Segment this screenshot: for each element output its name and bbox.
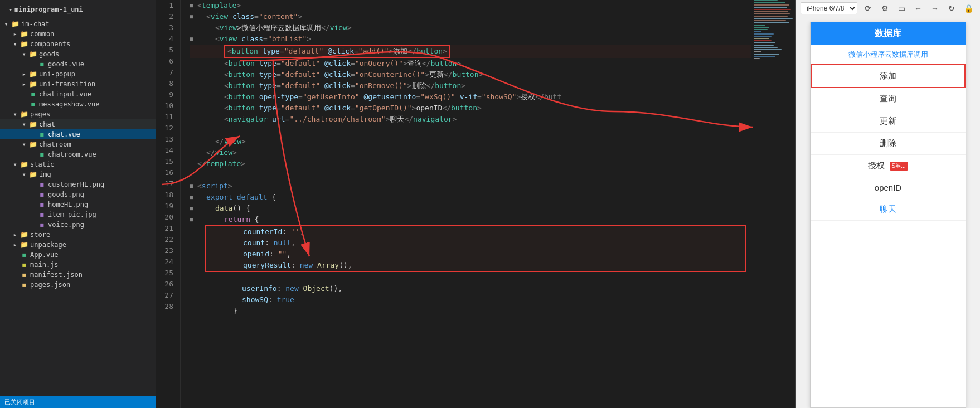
forward-button[interactable]: → [929,2,941,14]
refresh-button[interactable]: ↻ [945,2,958,14]
code-line-19: ■ data() { [190,203,751,214]
folder-icon: 📁 [28,80,38,88]
file-explorer: ▾ miniprogram-1_uni ▾ 📁 im-chat ▸ 📁 comm… [0,0,156,408]
code-line-17: ■ <script> [190,181,751,192]
sidebar-item-chatroom-vue[interactable]: ▸ ◼ chatroom.vue [0,149,156,159]
file-label: voice.png [48,221,84,229]
sidebar-item-uni-popup[interactable]: ▸ 📁 uni-popup [0,69,156,79]
sidebar-item-goods-vue[interactable]: ▸ ◼ goods.vue [0,59,156,69]
folder-icon: 📁 [28,70,38,78]
sidebar-item-homeHL-png[interactable]: ▸ ◼ homeHL.png [0,200,156,210]
sidebar-item-voice-png[interactable]: ▸ ◼ voice.png [0,220,156,230]
sidebar-item-goods-png[interactable]: ▸ ◼ goods.png [0,190,156,200]
code-line-25: ■ [190,272,751,283]
sidebar-item-common[interactable]: ▸ 📁 common [0,29,156,39]
code-line-24: ■ queryResult: new Array(), [206,260,745,271]
folder-label: unpackage [30,241,66,249]
vue-file-icon: ◼ [28,90,38,98]
code-line-14: ■ </view> [190,147,751,158]
folder-icon: 📁 [28,140,38,148]
png-file-icon: ◼ [37,181,47,188]
js-file-icon: ◼ [19,261,29,269]
folder-label: pages [30,110,50,118]
fold-icon[interactable]: ■ [190,0,197,11]
sidebar-item-chat-folder[interactable]: ▾ 📁 chat [0,119,156,129]
folder-label: components [30,40,70,48]
file-label: chatroom.vue [48,150,96,158]
sidebar-item-customerHL-png[interactable]: ▸ ◼ customerHL.png [0,179,156,190]
folder-icon: 📁 [19,30,29,38]
file-label: homeHL.png [48,201,88,208]
code-line-12: ■ [190,125,751,136]
code-line-26: ■ userInfo: new Object(), [190,283,751,294]
device-selector[interactable]: iPhone 6/7/8 [801,2,857,14]
folder-icon: 📁 [28,171,38,178]
code-line-9: ■ <button open-type="getUserInfo" @getus… [190,91,751,103]
file-label: messageshow.vue [39,100,99,108]
code-line-11: ■ <navigator url="../chatroom/chatroom">… [190,114,751,125]
status-text: 已关闭项目 [4,399,35,405]
png-file-icon: ◼ [37,211,47,218]
vue-file-icon: ◼ [28,100,38,108]
rotate-button[interactable]: ⟳ [862,2,874,14]
file-label: customerHL.png [48,181,104,188]
code-line-18: ■ export default { [190,192,751,203]
sidebar-item-item-pic-jpg[interactable]: ▸ ◼ item_pic.jpg [0,210,156,220]
desktop-button[interactable]: ▭ [895,2,908,14]
phone-auth-button[interactable]: 授权 S英... [811,155,966,177]
vue-file-icon: ◼ [19,251,29,259]
sidebar-item-app-vue[interactable]: ▸ ◼ App.vue [0,250,156,260]
folder-icon: 📁 [19,110,29,118]
sidebar-item-pages[interactable]: ▾ 📁 pages [0,109,156,119]
lock-button[interactable]: 🔒 [962,2,974,14]
png-file-icon: ◼ [37,191,47,198]
sidebar-item-unpackage[interactable]: ▸ 📁 unpackage [0,240,156,250]
phone-delete-button[interactable]: 删除 [811,133,966,155]
folder-label: common [30,30,54,38]
sidebar-item-messageshow-vue[interactable]: ▸ ◼ messageshow.vue [0,99,156,109]
png-file-icon: ◼ [37,201,47,208]
phone-openid-button[interactable]: openID [811,177,966,198]
phone-query-button[interactable]: 查询 [811,88,966,110]
sidebar-item-store[interactable]: ▸ 📁 store [0,230,156,240]
settings-button[interactable]: ⚙ [879,2,891,14]
folder-icon: 📁 [19,241,29,249]
project-header: ▾ miniprogram-1_uni [0,0,156,19]
sidebar-item-goods-folder[interactable]: ▾ 📁 goods [0,49,156,59]
back-button[interactable]: ← [912,2,924,14]
folder-label: uni-popup [39,70,75,78]
code-line-28: ■ } [190,305,751,317]
folder-label: store [30,231,50,239]
code-line-8: ■ <button type="default" @click="onRemov… [190,80,751,91]
folder-label: chatroom [39,140,71,148]
vue-file-icon: ◼ [37,60,47,68]
folder-icon: 📁 [28,50,38,58]
code-line-22: ■ count: null, [206,237,745,249]
line-numbers: 12345 678910 1112131415 1617181920 21222… [156,0,181,408]
sidebar-item-pages-json[interactable]: ▸ ◼ pages.json [0,280,156,290]
code-line-21: ■ counterId: '', [206,226,745,237]
sidebar-item-manifest-json[interactable]: ▸ ◼ manifest.json [0,270,156,280]
sidebar-item-uni-transition[interactable]: ▸ 📁 uni-transition [0,79,156,89]
sidebar-item-chat-vue[interactable]: ▸ ◼ chat.vue [0,129,156,139]
sidebar-item-main-js[interactable]: ▸ ◼ main.js [0,260,156,270]
status-bar: 已关闭项目 [0,396,156,408]
sidebar-item-components[interactable]: ▾ 📁 components [0,39,156,49]
file-label: goods.vue [48,60,84,68]
phone-chat-button[interactable]: 聊天 [811,198,966,221]
preview-panel: iPhone 6/7/8 ⟳ ⚙ ▭ ← → ↻ 🔒 数据库 微信小程序云数据库… [796,0,980,408]
code-line-10: ■ <button type="default" @click="getOpen… [190,103,751,114]
sidebar-item-img[interactable]: ▾ 📁 img [0,169,156,179]
sidebar-item-chatinput-vue[interactable]: ▸ ◼ chatinput.vue [0,89,156,99]
vue-file-icon: ◼ [37,150,47,158]
folder-label: uni-transition [39,80,95,88]
sidebar-item-im-chat[interactable]: ▾ 📁 im-chat [0,19,156,29]
file-label: manifest.json [30,271,83,279]
project-root[interactable]: ▾ miniprogram-1_uni [4,2,151,17]
code-line-23: ■ openid: "", [206,249,745,260]
sidebar-item-static[interactable]: ▾ 📁 static [0,159,156,169]
phone-update-button[interactable]: 更新 [811,110,966,133]
sidebar-item-chatroom-folder[interactable]: ▾ 📁 chatroom [0,139,156,149]
file-label: pages.json [30,281,70,289]
phone-add-button[interactable]: 添加 [811,64,966,88]
